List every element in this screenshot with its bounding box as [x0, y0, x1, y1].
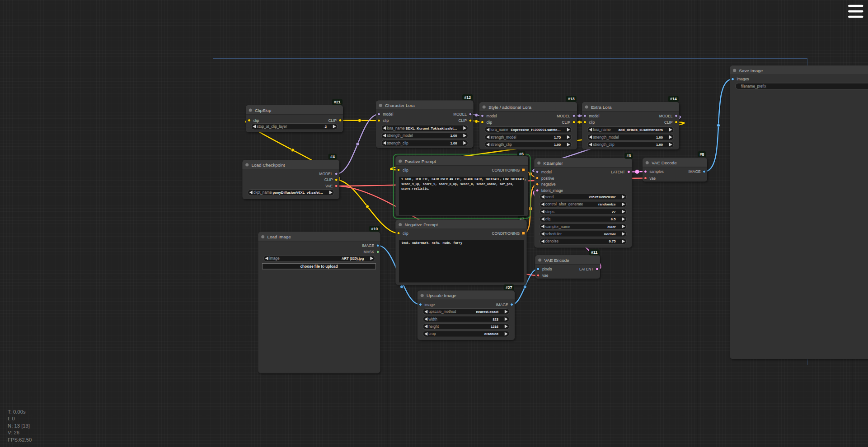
svg-text:cfg: cfg [545, 217, 550, 221]
svg-text:Style / additional Lora: Style / additional Lora [488, 105, 531, 110]
svg-text:CLIP: CLIP [664, 120, 673, 125]
svg-text:image: image [269, 256, 280, 261]
svg-text:randomize: randomize [598, 202, 616, 206]
svg-text:#4: #4 [330, 154, 335, 159]
svg-text:MODEL: MODEL [659, 114, 673, 118]
svg-text:clip: clip [403, 168, 408, 172]
svg-text:upscale_method: upscale_method [429, 309, 456, 314]
svg-text:0.75: 0.75 [609, 239, 616, 243]
svg-text:samples: samples [650, 169, 664, 174]
svg-text:LATENT: LATENT [579, 267, 594, 271]
svg-text:CONDITIONING: CONDITIONING [492, 231, 520, 236]
svg-text:add_details_xl.safetensors: add_details_xl.safetensors [619, 128, 663, 132]
svg-text:filename_prefix: filename_prefix [741, 84, 766, 88]
svg-text:MODEL: MODEL [557, 114, 570, 118]
svg-text:model: model [541, 170, 552, 174]
svg-text:LATENT: LATENT [611, 170, 625, 174]
svg-text:strength_model: strength_model [593, 135, 619, 140]
svg-text:Upscale Image: Upscale Image [427, 293, 456, 298]
svg-text:1216: 1216 [491, 325, 498, 329]
svg-text:Character Lora: Character Lora [385, 103, 415, 108]
svg-text:normal: normal [604, 232, 616, 236]
svg-text:#10: #10 [371, 227, 378, 231]
svg-text:strength_clip: strength_clip [387, 141, 408, 145]
svg-text:CONDITIONING: CONDITIONING [492, 168, 520, 172]
svg-text:#6: #6 [519, 152, 524, 156]
svg-text:IMAGE: IMAGE [362, 243, 374, 248]
svg-text:strength_clip: strength_clip [491, 142, 512, 147]
svg-text:#12: #12 [464, 95, 471, 100]
svg-text:ClipSkip: ClipSkip [255, 108, 272, 113]
svg-text:VAE Decode: VAE Decode [652, 160, 677, 165]
svg-text:#14: #14 [670, 97, 677, 101]
svg-text:1 GIRL, RED EYE, HAIR OVER AN: 1 GIRL, RED EYE, HAIR OVER AN EYE, BLACK… [401, 178, 526, 181]
svg-text:clip: clip [589, 120, 595, 125]
svg-text:Load Image: Load Image [267, 234, 291, 239]
svg-text:clip: clip [403, 231, 408, 236]
svg-text:VAE Encode: VAE Encode [544, 258, 570, 263]
svg-text:text, watermark, nsfw, nude, f: text, watermark, nsfw, nude, furry [402, 242, 463, 245]
svg-text:height: height [429, 324, 439, 329]
svg-text:KSampler: KSampler [544, 161, 563, 166]
svg-text:model: model [589, 114, 600, 118]
svg-text:stop_at_clip_layer: stop_at_clip_layer [257, 124, 287, 129]
svg-text:MODEL: MODEL [453, 112, 467, 116]
svg-text:euler: euler [607, 225, 615, 229]
svg-text:#13: #13 [568, 97, 575, 101]
svg-text:lora_name: lora_name [387, 126, 405, 130]
svg-text:model: model [383, 112, 394, 116]
svg-text:clip: clip [487, 120, 493, 125]
svg-text:strength_clip: strength_clip [593, 142, 615, 147]
svg-text:I: 0: I: 0 [8, 416, 15, 421]
svg-text:ART (325).jpg: ART (325).jpg [342, 256, 364, 261]
svg-text:MASK: MASK [363, 250, 374, 254]
svg-text:ponyDiffusionV6XL_v6.safet…: ponyDiffusionV6XL_v6.safet… [273, 191, 324, 195]
svg-text:#27: #27 [506, 285, 512, 290]
svg-text:positive: positive [541, 176, 554, 181]
svg-text:strength_model: strength_model [387, 133, 413, 138]
svg-text:-2: -2 [324, 125, 327, 129]
svg-text:vae: vae [542, 273, 549, 278]
svg-text:width: width [428, 317, 438, 321]
svg-text:823: 823 [493, 317, 498, 321]
svg-text:latent_image: latent_image [541, 188, 563, 193]
svg-text:seed: seed [545, 195, 554, 199]
svg-text:#21: #21 [334, 100, 341, 104]
svg-text:vae: vae [650, 176, 656, 181]
svg-text:scheduler: scheduler [545, 232, 562, 236]
svg-text:Positive Prompt: Positive Prompt [405, 159, 436, 164]
svg-text:Negative Prompt: Negative Prompt [405, 222, 438, 227]
svg-text:1.00: 1.00 [450, 141, 457, 145]
svg-text:V: 26: V: 26 [8, 430, 19, 435]
svg-text:clip: clip [253, 118, 259, 123]
svg-text:pixels: pixels [542, 267, 552, 271]
svg-text:#11: #11 [591, 250, 597, 255]
svg-text:SDXL_Kurumi_Tokisaki.safet…: SDXL_Kurumi_Tokisaki.safet… [406, 126, 457, 130]
svg-text:score_9_up, score_9, score_8_u: score_9_up, score_9, score_8_up, score_8… [401, 183, 514, 186]
svg-text:Expressive_H-000001.safete…: Expressive_H-000001.safete… [511, 128, 561, 132]
svg-text:MODEL: MODEL [319, 172, 333, 176]
svg-text:Extra Lora: Extra Lora [591, 105, 612, 110]
svg-text:lora_name: lora_name [491, 127, 509, 132]
svg-text:T: 0.00s: T: 0.00s [8, 409, 26, 414]
svg-text:score_realistic,: score_realistic, [401, 187, 430, 191]
svg-text:VAE: VAE [325, 184, 333, 188]
svg-text:#3: #3 [627, 154, 631, 158]
svg-text:1.75: 1.75 [554, 135, 561, 140]
svg-text:CLIP: CLIP [562, 120, 570, 125]
svg-text:ckpt_name: ckpt_name [253, 190, 272, 195]
svg-text:#8: #8 [700, 152, 704, 157]
svg-text:nearest-exact: nearest-exact [476, 310, 498, 314]
svg-text:choose file to upload: choose file to upload [300, 264, 338, 269]
svg-text:1.00: 1.00 [554, 143, 561, 147]
svg-text:crop: crop [429, 331, 436, 336]
svg-text:CLIP: CLIP [324, 177, 333, 182]
svg-text:28575169528302: 28575169528302 [589, 195, 616, 199]
svg-text:FPS:62.50: FPS:62.50 [8, 437, 32, 442]
svg-text:steps: steps [545, 210, 554, 214]
svg-text:Load Checkpoint: Load Checkpoint [252, 163, 285, 168]
svg-text:27: 27 [612, 210, 616, 214]
svg-text:1.00: 1.00 [450, 134, 457, 138]
svg-text:CLIP: CLIP [328, 118, 337, 123]
svg-text:6.5: 6.5 [611, 217, 616, 221]
